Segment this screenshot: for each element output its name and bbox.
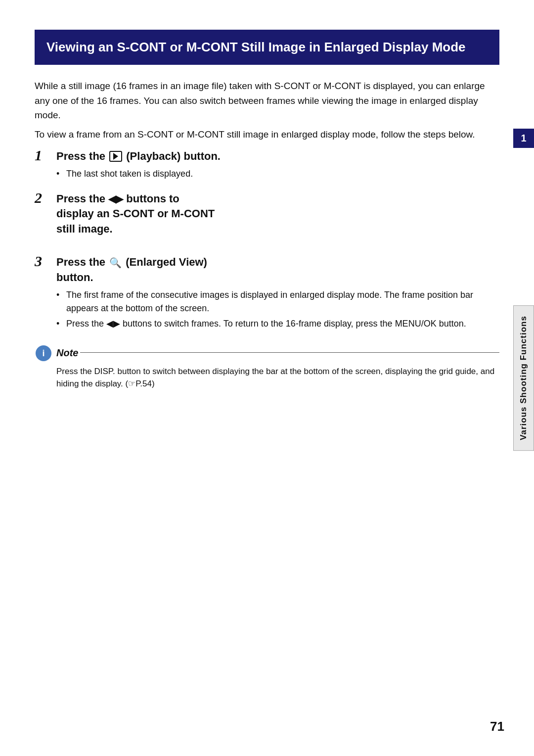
step-1-title: Press the (Playback) button. — [56, 149, 499, 164]
note-label: Note — [56, 347, 78, 359]
playback-icon — [109, 151, 122, 162]
step-1-prefix: Press the — [56, 150, 108, 162]
step-1-bullet-1: The last shot taken is displayed. — [56, 167, 499, 181]
step-2: 2 Press the ◀▶ buttons todisplay an S-CO… — [35, 191, 499, 240]
step-2-content: Press the ◀▶ buttons todisplay an S-CONT… — [56, 191, 499, 240]
step-2-title: Press the ◀▶ buttons todisplay an S-CONT… — [56, 191, 499, 237]
step-1-suffix: (Playback) button. — [123, 150, 221, 162]
note-book-icon: i — [35, 344, 52, 362]
note-divider — [80, 352, 499, 353]
sidebar-tab: Various Shooting Functions — [513, 305, 534, 451]
header-banner: Viewing an S-CONT or M-CONT Still Image … — [35, 30, 499, 65]
note-section: i Note Press the DISP. button to switch … — [35, 344, 499, 390]
step-3-prefix: Press the — [56, 256, 108, 268]
step-3-bullet-1: The first frame of the consecutive image… — [56, 288, 499, 315]
step-2-number: 2 — [35, 189, 56, 206]
step-3: 3 Press the 🔍 (Enlarged View)button. The… — [35, 255, 499, 331]
note-text: Press the DISP. button to switch between… — [35, 365, 499, 390]
svg-text:i: i — [42, 348, 44, 358]
note-header: i Note — [35, 344, 499, 362]
intro-paragraph-1: While a still image (16 frames in an ima… — [35, 79, 499, 122]
left-right-arrow-icon: ◀▶ — [108, 192, 123, 206]
step-3-bullet-2: Press the ◀▶ buttons to switch frames. T… — [56, 317, 499, 331]
header-title: Viewing an S-CONT or M-CONT Still Image … — [46, 39, 488, 56]
page-container: Viewing an S-CONT or M-CONT Still Image … — [0, 0, 534, 756]
step-3-title: Press the 🔍 (Enlarged View)button. — [56, 255, 499, 285]
sidebar-number: 1 — [513, 129, 534, 148]
step-2-prefix: Press the — [56, 192, 108, 205]
step-3-number: 3 — [35, 253, 56, 270]
play-triangle-icon — [113, 153, 118, 160]
intro-paragraph-2: To view a frame from an S-CONT or M-CONT… — [35, 127, 499, 142]
step-1: 1 Press the (Playback) button. The last … — [35, 149, 499, 181]
sidebar-tab-text: Various Shooting Functions — [519, 316, 529, 440]
page-number: 71 — [490, 719, 504, 734]
magnify-icon: 🔍 — [109, 256, 122, 270]
step-3-content: Press the 🔍 (Enlarged View)button. The f… — [56, 255, 499, 331]
step-1-number: 1 — [35, 147, 56, 164]
step-1-content: Press the (Playback) button. The last sh… — [56, 149, 499, 181]
